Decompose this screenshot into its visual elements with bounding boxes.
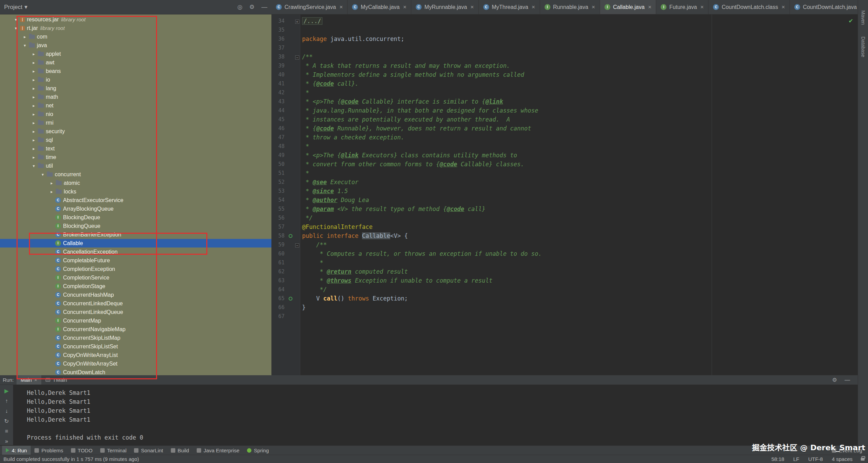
- rerun-icon[interactable]: ▶: [4, 388, 9, 394]
- editor-tab[interactable]: IRunnable.java×: [540, 0, 600, 14]
- editor-tab[interactable]: CCrawlingService.java×: [271, 0, 348, 14]
- line-number[interactable]: 63: [271, 276, 287, 285]
- code-line: 53 * @since 1.5: [271, 187, 858, 196]
- line-number[interactable]: 57: [271, 222, 287, 231]
- line-number[interactable]: 54: [271, 196, 287, 204]
- tool-window-button-build[interactable]: Build: [167, 446, 193, 455]
- close-icon[interactable]: ×: [648, 4, 651, 11]
- fold-minus-icon[interactable]: −: [294, 52, 300, 61]
- line-number[interactable]: 38: [271, 52, 287, 61]
- editor-tab[interactable]: CCountDownLatch.class×: [709, 0, 790, 14]
- line-number[interactable]: 53: [271, 187, 287, 196]
- implemented-marker-icon[interactable]: [287, 231, 294, 240]
- line-number[interactable]: 50: [271, 160, 287, 169]
- run-settings-gear-icon[interactable]: ⚙: [832, 377, 837, 383]
- close-icon[interactable]: ×: [532, 4, 535, 11]
- line-number[interactable]: 36: [271, 34, 287, 43]
- editor-tab[interactable]: CMyThread.java×: [479, 0, 540, 14]
- console-toolbar: ▶↑↓↻≡»: [0, 385, 13, 445]
- ide-window: Project ▾ ◎ ⚙ — CCrawlingService.java×CM…: [0, 0, 868, 463]
- line-number[interactable]: 40: [271, 70, 287, 79]
- code-editor[interactable]: 34+/.../3536package java.util.concurrent…: [271, 14, 858, 375]
- line-number[interactable]: 51: [271, 169, 287, 178]
- line-number[interactable]: 52: [271, 178, 287, 187]
- arrow-up-icon[interactable]: ↑: [5, 398, 8, 404]
- code-text: package java.util.concurrent;: [300, 34, 404, 43]
- line-number[interactable]: 39: [271, 61, 287, 70]
- line-number[interactable]: 65: [271, 294, 287, 303]
- gutter-spacer: [287, 115, 294, 124]
- locate-file-icon[interactable]: ◎: [237, 3, 242, 11]
- line-number[interactable]: 64: [271, 285, 287, 294]
- line-number[interactable]: 62: [271, 267, 287, 276]
- gear-icon[interactable]: ⚙: [249, 3, 255, 11]
- chevron-down-icon: ▾: [24, 3, 28, 11]
- tool-button-maven[interactable]: Maven: [860, 10, 866, 25]
- fold-spacer: [294, 312, 300, 321]
- line-number[interactable]: 48: [271, 142, 287, 151]
- gutter-spacer: [287, 88, 294, 97]
- line-number[interactable]: 45: [271, 115, 287, 124]
- tool-window-button-todo[interactable]: TODO: [67, 446, 96, 455]
- implemented-marker-icon[interactable]: [287, 294, 294, 303]
- editor-tab[interactable]: CMyCallable.java×: [348, 0, 411, 14]
- tool-window-button-sonarlint[interactable]: SonarLint: [130, 446, 167, 455]
- hide-panel-icon[interactable]: —: [261, 4, 267, 11]
- close-icon[interactable]: ×: [700, 4, 704, 11]
- expand-icon[interactable]: »: [5, 438, 8, 444]
- line-number[interactable]: 43: [271, 97, 287, 106]
- tool-window-button-problems[interactable]: Problems: [31, 446, 67, 455]
- line-number[interactable]: 34: [271, 17, 287, 25]
- close-icon[interactable]: ×: [403, 4, 406, 11]
- editor-tab[interactable]: CCountDownLatch.java×: [790, 0, 858, 14]
- line-number[interactable]: 67: [271, 312, 287, 321]
- caret-position-widget[interactable]: 58:18: [771, 456, 784, 462]
- code-text: * A task that returns a result and may t…: [300, 61, 510, 70]
- line-separator-widget[interactable]: LF: [793, 456, 799, 462]
- project-view-selector[interactable]: Project ▾: [4, 3, 27, 11]
- fold-minus-icon[interactable]: −: [294, 240, 300, 249]
- line-number[interactable]: 42: [271, 88, 287, 97]
- line-number[interactable]: 61: [271, 258, 287, 267]
- line-number[interactable]: 35: [271, 25, 287, 34]
- tool-window-button-java-enterprise[interactable]: Java Enterprise: [193, 446, 243, 455]
- editor-tab[interactable]: CMyRunnable.java×: [411, 0, 479, 14]
- tool-window-button-run[interactable]: 4: Run: [2, 446, 31, 455]
- line-number[interactable]: 58: [271, 231, 287, 240]
- hide-run-panel-icon[interactable]: —: [845, 377, 850, 383]
- tool-window-button-spring[interactable]: Spring: [243, 446, 272, 455]
- encoding-widget[interactable]: UTF-8: [808, 456, 823, 462]
- code-line: 36package java.util.concurrent;: [271, 34, 858, 43]
- line-number[interactable]: 59: [271, 240, 287, 249]
- line-number[interactable]: 55: [271, 204, 287, 213]
- line-number[interactable]: 37: [271, 43, 287, 52]
- soft-wrap-icon[interactable]: ≡: [5, 428, 8, 434]
- line-number[interactable]: 56: [271, 213, 287, 222]
- line-number[interactable]: 44: [271, 106, 287, 115]
- code-line: 37: [271, 43, 858, 52]
- close-icon[interactable]: ×: [592, 4, 595, 11]
- tool-button-database[interactable]: Database: [860, 36, 866, 57]
- line-number[interactable]: 66: [271, 303, 287, 312]
- restart-icon[interactable]: ↻: [4, 418, 9, 424]
- lock-icon[interactable]: [861, 458, 865, 461]
- line-number[interactable]: 41: [271, 79, 287, 88]
- close-icon[interactable]: ×: [782, 4, 785, 11]
- fold-plus-icon[interactable]: +: [294, 17, 300, 25]
- line-number[interactable]: 47: [271, 133, 287, 142]
- editor-tab[interactable]: ICallable.java×: [600, 0, 657, 14]
- indent-widget[interactable]: 4 spaces: [832, 456, 852, 462]
- gutter-spacer: [287, 285, 294, 294]
- arrow-down-icon[interactable]: ↓: [5, 408, 8, 414]
- code-text: * @since 1.5: [300, 187, 348, 196]
- line-number[interactable]: 49: [271, 151, 287, 160]
- line-number[interactable]: 46: [271, 124, 287, 133]
- editor-tab[interactable]: IFuture.java×: [656, 0, 709, 14]
- code-text: * @param <V> the result type of method {…: [300, 204, 485, 213]
- class-icon: C: [416, 4, 422, 10]
- close-icon[interactable]: ×: [471, 4, 474, 11]
- inspections-ok-icon[interactable]: ✔: [849, 17, 853, 24]
- line-number[interactable]: 60: [271, 249, 287, 258]
- close-icon[interactable]: ×: [339, 4, 343, 11]
- tool-window-button-terminal[interactable]: Terminal: [96, 446, 131, 455]
